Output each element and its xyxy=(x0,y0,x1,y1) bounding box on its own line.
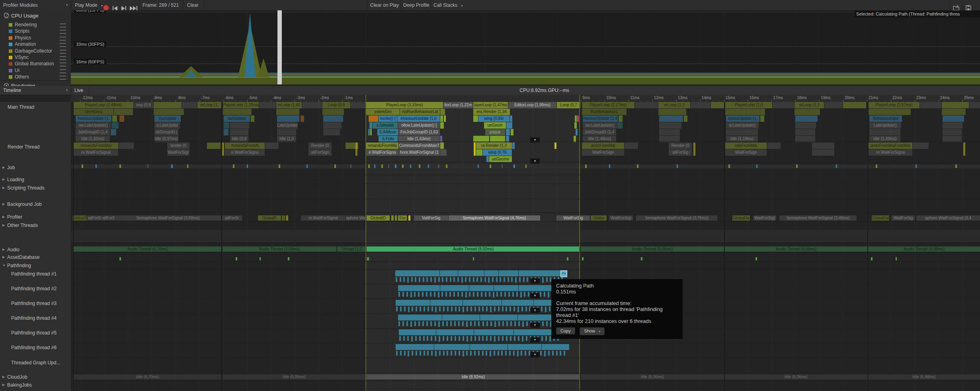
pathfinding-sample[interactable] xyxy=(446,277,447,282)
timeline-sample[interactable]: Idle (6,70ms) xyxy=(74,374,222,379)
assetdatabase-sample[interactable] xyxy=(473,257,474,260)
timeline-sample[interactable] xyxy=(659,129,680,135)
thread-row-pathfinding-thread-3[interactable]: Pathfinding thread #3 xyxy=(0,299,71,314)
timeline-sample[interactable] xyxy=(440,109,445,115)
pathfinding-sample[interactable] xyxy=(410,321,412,327)
timeline-sample[interactable] xyxy=(691,102,711,108)
timeline-sample[interactable] xyxy=(963,143,965,156)
timeline-sample[interactable] xyxy=(625,143,638,149)
pathfinding-sample[interactable] xyxy=(457,277,459,282)
timeline-sample[interactable] xyxy=(812,143,834,149)
pathfinding-sample[interactable] xyxy=(408,351,409,356)
pathfinding-sample[interactable] xyxy=(435,351,437,356)
pathfinding-sample[interactable] xyxy=(431,307,433,311)
pathfinding-sample[interactable] xyxy=(498,336,500,341)
timeline-sample[interactable]: Loop (0,9 xyxy=(322,102,350,108)
timeline-sample[interactable] xyxy=(224,129,228,135)
timeline-sample[interactable] xyxy=(182,102,197,108)
timeline-sample[interactable] xyxy=(575,115,577,122)
pathfinding-sample[interactable] xyxy=(466,351,468,356)
pathfinding-sample[interactable] xyxy=(407,336,409,341)
pathfinding-samples-bar[interactable] xyxy=(396,344,569,350)
foldout-closed-icon[interactable]: ▶ xyxy=(2,248,5,251)
thread-row-threaded-graph-upd-[interactable]: Threaded Graph Upd... xyxy=(0,358,71,373)
pathfinding-sample[interactable] xyxy=(439,307,441,311)
thread-row-pathfinding-thread-2[interactable]: Pathfinding thread #2 xyxy=(0,284,71,299)
assetdatabase-sample[interactable] xyxy=(260,257,261,260)
pathfinding-sample[interactable] xyxy=(500,277,501,282)
timeline-sample[interactable]: Idle (8,92ms) xyxy=(367,374,580,379)
pathfinding-sample[interactable] xyxy=(541,336,543,341)
timeline-sample[interactable] xyxy=(370,129,372,135)
timeline-sample[interactable] xyxy=(302,102,322,108)
timeline-sample[interactable]: PlayerLoop (2,57ms) xyxy=(869,102,919,108)
thread-row-assetdatabase[interactable]: ▶AssetDatabase xyxy=(0,253,71,262)
timeline-sample[interactable]: ra.Render (1,2 xyxy=(476,143,512,149)
timeline-sample[interactable] xyxy=(119,115,124,122)
expand-samples-button[interactable]: ▼ xyxy=(530,323,540,328)
timeline-sample[interactable]: andsFromMaiFromMai xyxy=(869,143,912,149)
pathfinding-sample[interactable] xyxy=(439,336,440,342)
pathfinding-sample[interactable] xyxy=(463,336,464,341)
pathfinding-sample[interactable] xyxy=(540,292,541,297)
timeline-sample[interactable]: VaitForSig xyxy=(414,215,448,221)
pathfinding-sample[interactable] xyxy=(412,307,413,311)
foldout-closed-icon[interactable]: ▶ xyxy=(2,255,5,259)
pathfinding-sample[interactable] xyxy=(525,351,526,356)
timeline-sample[interactable] xyxy=(114,109,133,115)
job-sample[interactable] xyxy=(955,164,957,168)
pathfinding-sample[interactable] xyxy=(494,307,496,311)
timeline-sample[interactable] xyxy=(658,109,686,115)
pathfinding-sample[interactable] xyxy=(459,307,460,311)
job-sample[interactable] xyxy=(478,164,479,168)
pathfinding-sample[interactable] xyxy=(490,351,491,356)
timeline-sample[interactable]: e.WaitForSigna xyxy=(366,149,398,156)
timeline-sample[interactable]: e.WaitForSigna xyxy=(225,149,265,156)
timeline-sample[interactable]: CommandsFromMainT xyxy=(399,143,440,149)
expand-samples-button[interactable]: ▼ xyxy=(530,308,540,313)
pathfinding-sample[interactable] xyxy=(419,336,421,341)
job-sample[interactable] xyxy=(82,164,83,168)
timeline-sample[interactable]: PlayerLoop (1,35ms) xyxy=(223,102,259,108)
legend-item-vsync[interactable]: VSync xyxy=(0,54,71,61)
job-sample[interactable] xyxy=(395,164,396,168)
drag-handle-icon[interactable] xyxy=(60,37,66,41)
timeline-sample[interactable]: aitForSi xyxy=(87,215,102,221)
foldout-closed-icon[interactable]: ▶ xyxy=(2,202,5,206)
legend-item-garbagecollector[interactable]: GarbageCollector xyxy=(0,48,71,54)
assetdatabase-sample[interactable] xyxy=(367,257,369,260)
timeline-sample[interactable]: lender (0 xyxy=(167,143,189,149)
pathfinding-sample[interactable] xyxy=(477,292,478,297)
timeline-sample[interactable]: haviourUpdate (1,4 xyxy=(583,115,618,122)
pathfinding-sample[interactable] xyxy=(482,307,484,311)
timeline-sample[interactable] xyxy=(276,109,299,115)
timeline-sample[interactable] xyxy=(301,115,304,122)
pathfinding-sample[interactable] xyxy=(463,351,464,356)
pathfinding-sample[interactable] xyxy=(399,336,401,341)
chevron-down-icon[interactable]: ▾ xyxy=(66,86,68,95)
timeline-sample[interactable]: era.Render (1,34 xyxy=(473,109,510,115)
pathfinding-sample[interactable] xyxy=(486,307,488,311)
pathfinding-sample[interactable] xyxy=(411,336,413,342)
pathfinding-sample[interactable] xyxy=(490,321,492,326)
timeline-sample[interactable]: Audio Thread (6,06ms) xyxy=(581,246,724,252)
timeline-sample[interactable]: WaitForSign xyxy=(725,149,767,156)
timeline-sample[interactable]: riptRunBehaviourLat xyxy=(400,109,440,115)
timeline-sample[interactable]: ndsFromMai xyxy=(725,143,767,149)
pathfinding-sample[interactable] xyxy=(478,321,480,326)
thread-row-pathfinding[interactable]: ▼Pathfinding xyxy=(0,262,71,270)
timeline-sample[interactable] xyxy=(969,102,980,108)
pathfinding-sample[interactable] xyxy=(486,351,487,356)
pathfinding-sample[interactable] xyxy=(513,307,515,311)
pathfinding-sample[interactable] xyxy=(423,277,424,282)
timeline-sample[interactable] xyxy=(369,122,372,129)
thread-row-loading[interactable]: ▶Loading xyxy=(0,175,71,184)
pathfinding-sample[interactable] xyxy=(414,321,416,326)
live-button[interactable]: Live xyxy=(74,86,83,95)
job-sample[interactable] xyxy=(609,164,610,168)
pathfinding-sample[interactable] xyxy=(517,351,519,356)
pathfinding-sample[interactable] xyxy=(481,292,482,297)
timeline-sample[interactable]: GlobalDat xyxy=(872,215,889,221)
pathfinding-sample[interactable] xyxy=(451,351,452,356)
timeline-sample[interactable]: GlobalDa xyxy=(732,215,750,221)
